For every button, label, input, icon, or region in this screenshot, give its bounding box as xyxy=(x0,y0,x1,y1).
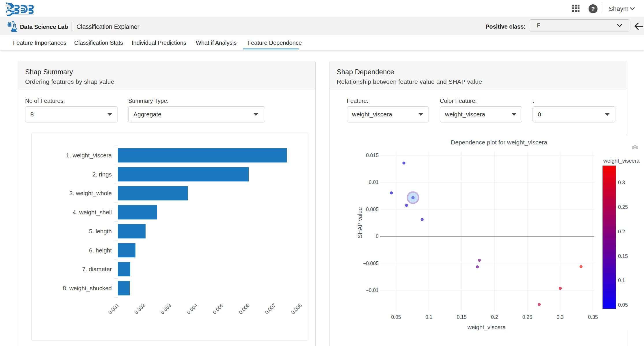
svg-text:weight_viscera: weight_viscera xyxy=(603,158,640,164)
svg-text:0.05: 0.05 xyxy=(391,314,401,320)
svg-text:3. weight_whole: 3. weight_whole xyxy=(69,190,112,197)
svg-text:0.3: 0.3 xyxy=(618,180,625,185)
svg-text:Dependence plot for weight_vis: Dependence plot for weight_viscera xyxy=(451,139,547,146)
svg-text:0.25: 0.25 xyxy=(618,204,628,210)
svg-text:0.006: 0.006 xyxy=(238,302,251,315)
svg-text:0.003: 0.003 xyxy=(159,302,172,315)
svg-text:weight_viscera: weight_viscera xyxy=(467,324,506,330)
svg-text:0.008: 0.008 xyxy=(290,302,303,315)
svg-text:5. length: 5. length xyxy=(89,228,112,235)
svg-text:0.1: 0.1 xyxy=(618,278,625,283)
svg-text:1. weight_viscera: 1. weight_viscera xyxy=(66,152,112,159)
svg-text:0.001: 0.001 xyxy=(107,302,120,315)
svg-text:0.004: 0.004 xyxy=(185,302,198,315)
svg-text:0.25: 0.25 xyxy=(522,314,532,320)
svg-text:?: ? xyxy=(591,5,595,12)
svg-text:0.002: 0.002 xyxy=(133,302,146,315)
svg-text:4. weight_shell: 4. weight_shell xyxy=(72,209,112,216)
svg-text:6. height: 6. height xyxy=(89,247,112,254)
svg-text:0.007: 0.007 xyxy=(264,302,277,315)
svg-text:0.2: 0.2 xyxy=(618,229,625,235)
svg-text:0.2: 0.2 xyxy=(491,314,498,320)
svg-text:7. diameter: 7. diameter xyxy=(82,266,112,272)
svg-text:0.15: 0.15 xyxy=(457,314,467,320)
svg-text:0.005: 0.005 xyxy=(212,302,225,315)
svg-text:0.15: 0.15 xyxy=(618,253,628,259)
svg-text:0.1: 0.1 xyxy=(425,314,432,320)
svg-text:0.015: 0.015 xyxy=(366,152,379,158)
svg-text:0.005: 0.005 xyxy=(366,207,379,212)
svg-text:0.3: 0.3 xyxy=(556,314,563,320)
svg-text:−0.005: −0.005 xyxy=(363,261,379,266)
svg-text:2. rings: 2. rings xyxy=(92,171,112,178)
svg-text:0.01: 0.01 xyxy=(369,179,379,185)
svg-text:8. weight_shucked: 8. weight_shucked xyxy=(63,285,112,292)
svg-text:SHAP value: SHAP value xyxy=(357,207,363,238)
svg-text:0.05: 0.05 xyxy=(618,302,628,308)
svg-text:−0.01: −0.01 xyxy=(366,287,379,293)
svg-text:0: 0 xyxy=(376,233,379,239)
svg-text:0.35: 0.35 xyxy=(588,314,598,320)
